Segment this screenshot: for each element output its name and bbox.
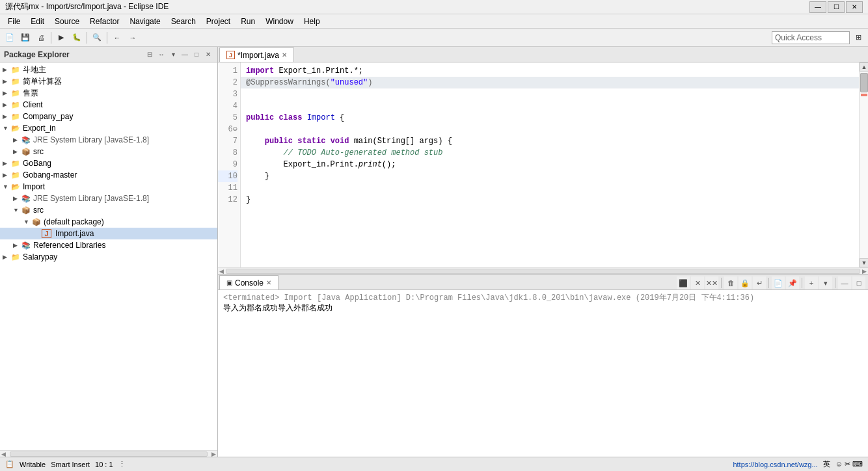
console-terminate-btn[interactable]: ✕	[691, 276, 704, 289]
search-button[interactable]: 🔍	[90, 31, 104, 45]
print-button[interactable]: 🖨	[34, 31, 48, 45]
editor-hscrollbar[interactable]: ◀ ▶	[218, 267, 868, 274]
console-menu-btn[interactable]: ▾	[819, 276, 832, 289]
back-button[interactable]: ←	[110, 31, 124, 45]
tree-item-jre-import[interactable]: ▶ 📚 JRE System Library [JavaSE-1.8]	[0, 193, 217, 204]
editor-scroll-down[interactable]: ▼	[860, 258, 868, 267]
scroll-left-arrow[interactable]: ◀	[0, 451, 7, 457]
code-line-9: }	[246, 172, 269, 181]
console-new-btn[interactable]: +	[805, 276, 818, 289]
tree-item-gobang[interactable]: ▶ 📁 GoBang	[0, 157, 217, 169]
tree-item-src-exportin[interactable]: ▶ 📦 src	[0, 146, 217, 157]
menu-window[interactable]: Window	[260, 16, 299, 27]
tree-item-import[interactable]: ▼ 📂 Import	[0, 181, 217, 193]
tree-item-companypay[interactable]: ▶ 📁 Company_pay	[0, 111, 217, 122]
new-button[interactable]: 📄	[3, 31, 17, 45]
perspective-button[interactable]: ⊞	[851, 31, 865, 45]
tree-item-ticket[interactable]: ▶ 📁 售票	[0, 87, 217, 99]
code-editor[interactable]: import Export_in.Print.*; @SuppressWarni…	[241, 62, 859, 267]
debug-button[interactable]: 🐛	[70, 31, 84, 45]
code-line-7: // TODO Auto-generated method stub	[246, 148, 442, 157]
run-last-button[interactable]: ▶	[54, 31, 68, 45]
editor-scroll-track[interactable]	[860, 72, 868, 258]
tree-item-jre-exportin[interactable]: ▶ 📚 JRE System Library [JavaSE-1.8]	[0, 134, 217, 146]
tree-item-salarypay[interactable]: ▶ 📁 Salarypay	[0, 251, 217, 263]
console-max-btn[interactable]: □	[852, 276, 865, 289]
menu-file[interactable]: File	[3, 16, 25, 27]
status-left: 📋 Writable Smart Insert 10 : 1 ⋮	[5, 460, 126, 468]
tree-item-reflibaries[interactable]: ▶ 📚 Referenced Libraries	[0, 239, 217, 251]
ln-4: 4	[218, 100, 237, 112]
tree-item-exportin[interactable]: ▼ 📂 Export_in	[0, 122, 217, 134]
editor-scroll-thumb[interactable]	[860, 73, 868, 92]
link-editor-icon[interactable]: ↔	[156, 49, 167, 60]
editor-tab-importjava[interactable]: J *Import.java ✕	[219, 47, 294, 62]
ln-2: 2	[218, 77, 237, 88]
ln-3: 3	[218, 88, 237, 100]
console-min-btn[interactable]: —	[838, 276, 851, 289]
console-tab[interactable]: ▣ Console ✕	[219, 275, 278, 289]
ln-11: 11	[218, 182, 237, 194]
tree-item-client[interactable]: ▶ 📁 Client	[0, 99, 217, 111]
minimize-button[interactable]: —	[809, 1, 826, 13]
tree-item-src-import[interactable]: ▼ 📦 src	[0, 204, 217, 216]
console-scroll-lock-btn[interactable]: 🔒	[739, 276, 752, 289]
status-lang-icon: 英	[823, 459, 830, 469]
label-jre-import: JRE System Library [JavaSE-1.8]	[33, 194, 149, 203]
menu-help[interactable]: Help	[299, 16, 325, 27]
panel-menu-icon[interactable]: ▾	[168, 49, 178, 60]
quick-access-field[interactable]: Quick Access	[772, 31, 850, 44]
scroll-track[interactable]	[10, 451, 208, 457]
label-import: Import	[23, 182, 45, 191]
label-companypay: Company_pay	[23, 112, 73, 121]
tab-close-importjava[interactable]: ✕	[282, 51, 287, 59]
menu-navigate[interactable]: Navigate	[124, 16, 165, 27]
console-tab-close[interactable]: ✕	[266, 279, 271, 286]
tree-item-doudizhu[interactable]: ▶ 📁 斗地主	[0, 64, 217, 75]
console-clear-btn[interactable]: 🗑	[724, 276, 737, 289]
console-sep4	[835, 278, 835, 288]
status-bar: 📋 Writable Smart Insert 10 : 1 ⋮ https:/…	[0, 457, 868, 471]
console-remove-btn[interactable]: ✕✕	[705, 276, 718, 289]
folder-icon-exportin: 📂	[10, 123, 21, 133]
forward-button[interactable]: →	[126, 31, 140, 45]
editor-scroll-up[interactable]: ▲	[860, 62, 868, 72]
tree-item-defaultpkg[interactable]: ▼ 📦 (default package)	[0, 216, 217, 228]
menu-edit[interactable]: Edit	[25, 16, 49, 27]
console-content[interactable]: <terminated> Import [Java Application] D…	[218, 290, 868, 457]
tree-item-calculator[interactable]: ▶ 📁 简单计算器	[0, 75, 217, 87]
main-layout: Package Explorer ⊟ ↔ ▾ — □ ✕ ▶ 📁 斗地主 ▶ 📁…	[0, 47, 868, 457]
arrow-gobang: ▶	[3, 160, 10, 167]
console-output-text: 导入为郡名成功导入外郡名成功	[223, 303, 863, 314]
editor-hscroll-track[interactable]	[226, 269, 860, 274]
editor-scroll-right[interactable]: ▶	[861, 268, 868, 275]
close-button[interactable]: ✕	[846, 1, 863, 13]
console-stop-btn[interactable]: ⬛	[677, 276, 690, 289]
editor-vscrollbar[interactable]: ▲ ▼	[859, 62, 868, 267]
editor-content[interactable]: 1 2 3 4 5 6⊖ 7 8 9 10 11 12 import Expor…	[218, 62, 868, 267]
console-pin-btn[interactable]: 📌	[786, 276, 799, 289]
console-open-file-btn[interactable]: 📄	[772, 276, 785, 289]
menu-source[interactable]: Source	[49, 16, 85, 27]
left-panel-scrollbar[interactable]: ◀ ▶	[0, 450, 217, 457]
tree-item-importjava[interactable]: ▶ J Import.java	[0, 228, 217, 239]
status-icons: ☺ ✂ ⌨	[835, 460, 863, 468]
menu-project[interactable]: Project	[201, 16, 236, 27]
panel-minimize-icon[interactable]: —	[180, 49, 190, 60]
ln-12: 12	[218, 194, 237, 206]
save-button[interactable]: 💾	[18, 31, 33, 45]
panel-header-icons: ⊟ ↔ ▾ — □ ✕	[144, 49, 213, 60]
menu-refactor[interactable]: Refactor	[85, 16, 124, 27]
console-word-wrap-btn[interactable]: ↵	[753, 276, 766, 289]
panel-maximize-icon[interactable]: □	[191, 49, 202, 60]
maximize-button[interactable]: ☐	[828, 1, 845, 13]
menu-run[interactable]: Run	[236, 16, 260, 27]
scroll-right-arrow[interactable]: ▶	[210, 451, 217, 457]
editor-scroll-left[interactable]: ◀	[218, 268, 225, 275]
collapse-all-icon[interactable]: ⊟	[144, 49, 155, 60]
panel-close-icon[interactable]: ✕	[203, 49, 213, 60]
package-explorer-title: Package Explorer	[4, 50, 70, 59]
tree-container[interactable]: ▶ 📁 斗地主 ▶ 📁 简单计算器 ▶ 📁 售票 ▶ 📁 Client	[0, 62, 217, 450]
menu-search[interactable]: Search	[166, 16, 201, 27]
tree-item-gobangmaster[interactable]: ▶ 📁 Gobang-master	[0, 169, 217, 181]
